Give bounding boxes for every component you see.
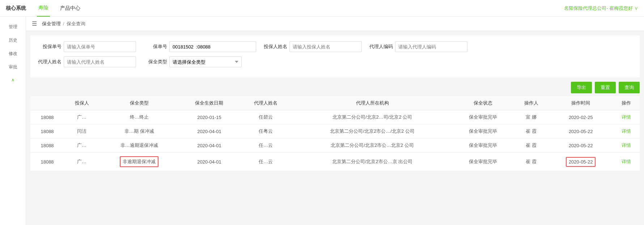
field-agent-code: 代理人编码: [368, 41, 467, 52]
detail-link[interactable]: 详情: [622, 128, 631, 134]
field-agent-name: 代理人姓名: [36, 56, 136, 67]
top-navigation: 核心系统 寿险 产品中心 名阳保险代理总公司- 崔梅霞您好 ∨: [0, 0, 644, 17]
form-row-2: 代理人姓名 保全类型 请选择保全类型: [36, 56, 634, 67]
label-policy-holder: 投保单号: [36, 43, 62, 50]
cell-status: 保全审批完毕: [453, 139, 513, 153]
table-row: 18088 广… 非…逾期退保冲减 2020-04-01 任…云 北京第二分公司…: [30, 139, 640, 153]
cell-effect-date: 2020-04-01: [179, 139, 240, 153]
cell-agent-name: 任粤云: [240, 124, 292, 139]
cell-policy-no: 18088: [30, 124, 64, 139]
cell-status: 保全审批完毕: [453, 124, 513, 139]
select-preservation-type[interactable]: 请选择保全类型: [169, 56, 242, 67]
export-button[interactable]: 导出: [571, 82, 592, 93]
label-preservation-type: 保全类型: [142, 59, 167, 65]
cell-agent-name: 任…云: [240, 139, 292, 153]
label-agent-name: 代理人姓名: [36, 59, 62, 65]
cell-insured: 闫洁: [64, 124, 99, 139]
col-header-op-time: 操作时间: [549, 96, 613, 110]
input-agent-code[interactable]: [395, 41, 467, 52]
sidebar-item-approve2[interactable]: ∧: [0, 74, 26, 86]
table-row: 18088 闫洁 非…期 保冲减 2020-04-01 任粤云 北京第二分公司/…: [30, 124, 640, 139]
col-header-date: 保全生效日期: [179, 96, 240, 110]
chevron-up-icon: ∧: [11, 77, 14, 82]
nav-menu: 寿险 产品中心: [37, 0, 82, 17]
reset-button[interactable]: 重置: [595, 82, 616, 93]
main-content: ☰ 保全管理 / 保全查询 投保单号 保单号 投保人姓名: [26, 17, 644, 225]
sidebar-item-approve1[interactable]: 审批: [0, 60, 26, 74]
cell-effect-date: 2020-04-01: [179, 124, 240, 139]
cell-insured: 广…: [64, 139, 99, 153]
cell-insured: 广…: [64, 110, 99, 124]
col-header-type: 保全类型: [99, 96, 179, 110]
cell-org: 北京第二分公司/北京2市公…/北京2 公司: [292, 124, 453, 139]
field-insured-name: 投保人姓名: [262, 41, 362, 52]
sidebar: 管理 历史 修改 审批 ∧: [0, 17, 26, 225]
cell-op-time: 2020-02-25: [549, 110, 613, 124]
highlight-time: 2020-05-22: [566, 157, 596, 167]
cell-insured: 广…: [64, 153, 99, 171]
label-insured-name: 投保人姓名: [262, 43, 287, 50]
input-policy-no[interactable]: [169, 41, 256, 52]
sidebar-item-manage[interactable]: 管理: [0, 20, 26, 34]
cell-policy-no: 18088: [30, 110, 64, 124]
table-row: 18088 广… 终…终止 2020-01-15 任碧云 北京第二分公司/北京2…: [30, 110, 640, 124]
cell-policy-no: 18088: [30, 139, 64, 153]
table-row: 18088 广… 非逾期退保冲减 2020-04-01 任…云 北京第二分公司/…: [30, 153, 640, 171]
breadcrumb-current: 保全查询: [67, 21, 85, 27]
cell-action: 详情: [613, 124, 640, 139]
data-table-wrapper: 投保人 保全类型 保全生效日期 代理人姓名 代理人所在机构: [30, 96, 640, 171]
nav-item-products[interactable]: 产品中心: [59, 0, 82, 17]
cell-action: 详情: [613, 153, 640, 171]
cell-op-time: 2020-05-22: [549, 153, 613, 171]
col-header-agent-name: 代理人姓名: [240, 96, 292, 110]
input-insured-name[interactable]: [289, 41, 362, 52]
col-header-org: 代理人所在机构: [292, 96, 453, 110]
query-button[interactable]: 查询: [619, 82, 640, 93]
field-policy-holder: 投保单号: [36, 41, 136, 52]
cell-org: 北京第二分公司/北京2市公…京 出公司: [292, 153, 453, 171]
nav-user[interactable]: 名阳保险代理总公司- 崔梅霞您好 ∨: [564, 5, 638, 12]
main-layout: 管理 历史 修改 审批 ∧ ☰ 保全管理 / 保全查询 投保单号: [0, 17, 644, 225]
cell-action: 详情: [613, 110, 640, 124]
cell-action: 详情: [613, 139, 640, 153]
cell-agent-name: 任…云: [240, 153, 292, 171]
cell-effect-date: 2020-04-01: [179, 153, 240, 171]
col-header-status: 保全状态: [453, 96, 513, 110]
detail-link[interactable]: 详情: [622, 159, 631, 164]
breadcrumb-separator: /: [63, 21, 64, 26]
field-policy-no: 保单号: [142, 41, 256, 52]
cell-operator: 崔 霞: [513, 124, 549, 139]
cell-type: 非…逾期退保冲减: [99, 139, 179, 153]
detail-link[interactable]: 详情: [622, 143, 631, 148]
sidebar-item-history[interactable]: 历史: [0, 34, 26, 47]
label-policy-no: 保单号: [142, 43, 167, 50]
cell-type: 非逾期退保冲减: [99, 153, 179, 171]
detail-link[interactable]: 详情: [622, 114, 631, 120]
cell-operator: 宣 娜: [513, 110, 549, 124]
cell-org: 北京第二分公司/北京2市公…北京2 公司: [292, 139, 453, 153]
cell-op-time: 2020-05-22: [549, 139, 613, 153]
sidebar-item-edit[interactable]: 修改: [0, 47, 26, 60]
cell-effect-date: 2020-01-15: [179, 110, 240, 124]
col-header-operator: 操作人: [513, 96, 549, 110]
data-table: 投保人 保全类型 保全生效日期 代理人姓名 代理人所在机构: [30, 96, 640, 171]
button-row: 导出 重置 查询: [30, 82, 640, 93]
nav-logo: 核心系统: [6, 5, 26, 12]
col-header-action: 操作: [613, 96, 640, 110]
col-header-empty: [30, 96, 64, 110]
search-form: 投保单号 保单号 投保人姓名 代理人编码 代理人姓名: [30, 35, 640, 77]
field-preservation-type: 保全类型 请选择保全类型: [142, 56, 242, 67]
cell-operator: 崔 霞: [513, 139, 549, 153]
highlight-type: 非逾期退保冲减: [120, 156, 158, 167]
cell-org: 北京第二分公司/北京2…司/北京2 公司: [292, 110, 453, 124]
input-agent-name[interactable]: [64, 56, 136, 67]
col-header-insured: 投保人: [64, 96, 99, 110]
breadcrumb-parent: 保全管理: [42, 21, 61, 27]
input-policy-holder[interactable]: [64, 41, 136, 52]
label-agent-code: 代理人编码: [368, 43, 393, 50]
cell-agent-name: 任碧云: [240, 110, 292, 124]
nav-item-insurance[interactable]: 寿险: [37, 0, 50, 17]
cell-status: 保全审批完毕: [453, 110, 513, 124]
cell-operator: 崔 霞: [513, 153, 549, 171]
menu-icon[interactable]: ☰: [32, 20, 37, 27]
